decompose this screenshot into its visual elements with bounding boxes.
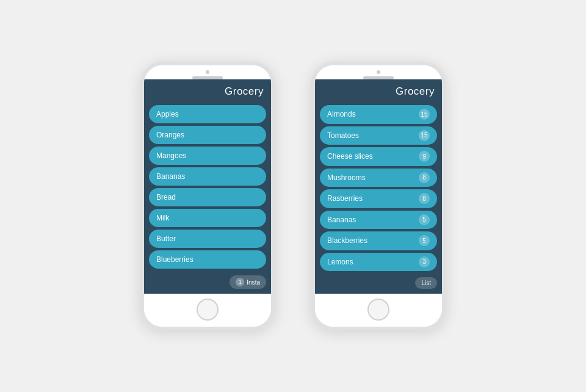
list-left: ApplesOrangesMangoesBananasBreadMilkButt… xyxy=(144,103,271,272)
header-left: Grocery xyxy=(144,79,271,103)
tab-label-left: Insta xyxy=(247,279,260,286)
list-item-label: Blackberries xyxy=(327,236,367,245)
footer-left: 1 Insta xyxy=(144,272,271,294)
list-item-label: Apples xyxy=(156,110,179,118)
list-right: Almonds15Tomatoes15Cheese slices9Mushroo… xyxy=(315,103,442,274)
list-item-label: Mushrooms xyxy=(327,173,366,182)
list-item-label: Oranges xyxy=(156,131,184,139)
list-item-label: Bananas xyxy=(327,216,356,224)
phone-bottom-right xyxy=(315,294,442,327)
list-item[interactable]: Blackberries5 xyxy=(320,231,437,250)
list-item-label: Almonds xyxy=(327,110,356,118)
tab-label-right: List xyxy=(421,280,431,286)
list-item[interactable]: Bananas5 xyxy=(320,211,437,230)
list-item-badge: 5 xyxy=(419,214,430,225)
list-item[interactable]: Mushrooms8 xyxy=(320,169,437,187)
tab-badge-left: 1 xyxy=(236,278,244,286)
phone-top-right xyxy=(315,65,442,79)
camera-right xyxy=(377,70,380,74)
list-item[interactable]: Blueberries xyxy=(149,250,266,269)
list-item[interactable]: Rasberries8 xyxy=(320,189,437,208)
list-item-label: Butter xyxy=(156,234,176,243)
list-item-badge: 8 xyxy=(419,172,430,183)
list-item[interactable]: Butter xyxy=(149,230,266,248)
tab-pill-right[interactable]: List xyxy=(415,277,437,289)
list-item-badge: 5 xyxy=(419,235,430,246)
list-item-label: Blueberries xyxy=(156,255,194,264)
list-item-badge: 8 xyxy=(419,193,430,204)
list-item-label: Lemons xyxy=(327,258,353,266)
list-item-label: Cheese slices xyxy=(327,152,373,161)
list-item-label: Bread xyxy=(156,193,176,201)
phone-left: Grocery ApplesOrangesMangoesBananasBread… xyxy=(140,62,275,330)
list-item[interactable]: Apples xyxy=(149,105,266,123)
title-right: Grocery xyxy=(396,85,435,97)
footer-right: List xyxy=(315,274,442,294)
home-button-right[interactable] xyxy=(367,299,389,321)
list-item-badge: 9 xyxy=(419,151,430,162)
tab-pill-left[interactable]: 1 Insta xyxy=(230,275,266,289)
list-item-label: Rasberries xyxy=(327,194,363,203)
list-item-label: Mangoes xyxy=(156,151,186,160)
list-item-label: Bananas xyxy=(156,172,185,181)
phone-top-left xyxy=(144,65,271,79)
title-left: Grocery xyxy=(225,85,264,97)
list-item[interactable]: Oranges xyxy=(149,126,266,144)
list-item[interactable]: Bread xyxy=(149,188,266,206)
header-right: Grocery xyxy=(315,79,442,103)
list-item-badge: 3 xyxy=(419,256,430,267)
list-item[interactable]: Cheese slices9 xyxy=(320,147,437,166)
list-item-badge: 15 xyxy=(419,109,430,120)
list-item-label: Tomatoes xyxy=(327,131,359,140)
list-item[interactable]: Lemons3 xyxy=(320,253,437,272)
list-item-badge: 15 xyxy=(419,130,430,141)
screen-right: Grocery Almonds15Tomatoes15Cheese slices… xyxy=(315,79,442,294)
list-item[interactable]: Bananas xyxy=(149,167,266,186)
phone-bottom-left xyxy=(144,294,271,327)
camera-left xyxy=(206,70,209,74)
list-item[interactable]: Tomatoes15 xyxy=(320,126,437,145)
screen-left: Grocery ApplesOrangesMangoesBananasBread… xyxy=(144,79,271,294)
speaker-right xyxy=(363,76,394,79)
list-item[interactable]: Milk xyxy=(149,209,266,227)
list-item[interactable]: Mangoes xyxy=(149,147,266,165)
speaker-left xyxy=(192,76,223,79)
list-item[interactable]: Almonds15 xyxy=(320,105,437,124)
home-button-left[interactable] xyxy=(197,299,219,321)
list-item-label: Milk xyxy=(156,214,169,222)
phone-right: Grocery Almonds15Tomatoes15Cheese slices… xyxy=(311,62,446,330)
